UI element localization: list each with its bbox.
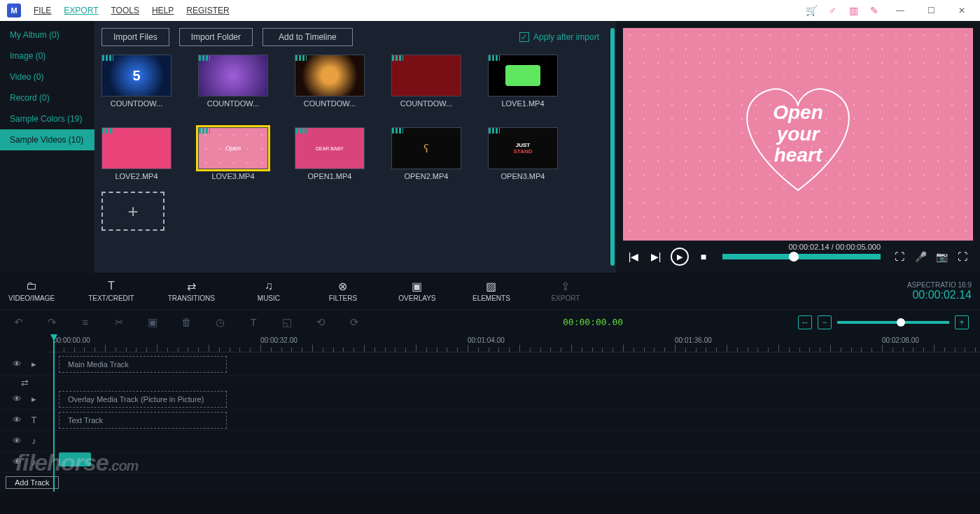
zoom-fit-button[interactable]: ↔ xyxy=(798,315,812,329)
thumb-label: COUNTDOW... xyxy=(295,97,365,108)
folder-icon: 🗀 xyxy=(26,280,37,292)
swap-icon[interactable]: ⇄ xyxy=(21,378,29,388)
thumb-love2[interactable]: LOVE2.MP4 xyxy=(102,127,172,180)
eye-icon[interactable]: 👁 xyxy=(13,415,22,425)
thumb-countdown1[interactable]: 5COUNTDOW... xyxy=(102,55,172,108)
camera-icon[interactable]: 📷 xyxy=(934,249,949,264)
thumb-label: OPEN3.MP4 xyxy=(488,169,558,180)
zoom-out-button[interactable]: − xyxy=(818,315,832,329)
aspect-info: ASPECTRATIO 16:9 00:00:02.14 xyxy=(907,281,972,301)
play-button[interactable]: ▶ xyxy=(671,248,689,266)
cat-label: EXPORT xyxy=(551,294,580,302)
cat-label: VIDEO/IMAGE xyxy=(8,294,55,302)
check-icon: ✓ xyxy=(519,32,529,42)
prev-frame-button[interactable]: |◀ xyxy=(626,249,641,264)
close-button[interactable]: ✕ xyxy=(951,3,973,17)
next-frame-button[interactable]: ▶| xyxy=(648,249,664,264)
eye-icon[interactable]: 👁 xyxy=(13,394,22,404)
track-placeholder: Main Media Track xyxy=(59,356,227,373)
snapshot-icon[interactable]: ⛶ xyxy=(892,249,907,264)
progress-knob[interactable] xyxy=(789,252,799,262)
media-scrollbar[interactable] xyxy=(610,28,615,266)
sidebar-item-samplevideos[interactable]: Sample Videos (10) xyxy=(0,129,94,150)
sidebar-item-samplecolors[interactable]: Sample Colors (19) xyxy=(0,108,94,129)
maximize-button[interactable]: ☐ xyxy=(920,3,942,17)
crop-icon[interactable]: ▣ xyxy=(146,315,160,329)
ruler-mark: 00:00:32.00 xyxy=(260,336,298,344)
zoom-in-button[interactable]: + xyxy=(955,315,969,329)
key-icon[interactable]: ♂ xyxy=(826,4,839,17)
menu-register[interactable]: REGISTER xyxy=(186,6,229,15)
add-to-timeline-button[interactable]: Add to Timeline xyxy=(262,28,353,46)
sidebar-item-myalbum[interactable]: My Album (0) xyxy=(0,24,94,45)
menu-export[interactable]: EXPORT xyxy=(64,6,98,15)
aspect-time: 00:00:02.14 xyxy=(907,289,972,301)
menu-file[interactable]: FILE xyxy=(34,6,51,15)
tab-filters[interactable]: ⊗FILTERS xyxy=(323,280,363,302)
add-track-button[interactable]: Add Track xyxy=(6,476,59,489)
track-overlay[interactable]: 👁▸ Overlay Media Track (Picture in Pictu… xyxy=(0,389,980,410)
menu-tools[interactable]: TOOLS xyxy=(111,6,139,15)
delete-icon[interactable]: 🗑 xyxy=(179,315,193,329)
thumb-open3[interactable]: JUSTSTANDOPEN3.MP4 xyxy=(488,127,558,180)
rotate-left-icon[interactable]: ⟲ xyxy=(314,315,328,329)
sidebar-item-video[interactable]: Video (0) xyxy=(0,66,94,87)
cat-label: MUSIC xyxy=(258,294,280,302)
layout-icon[interactable]: ▥ xyxy=(847,4,860,17)
zoom-knob[interactable] xyxy=(897,318,905,327)
eye-icon[interactable]: 👁 xyxy=(13,359,22,369)
rotate-right-icon[interactable]: ⟳ xyxy=(347,315,361,329)
track-swap[interactable]: ⇄ xyxy=(0,376,980,389)
fullscreen-icon[interactable]: ⛶ xyxy=(955,249,970,264)
apply-after-import-checkbox[interactable]: ✓ Apply after import xyxy=(519,32,599,42)
text-tool-icon[interactable]: T xyxy=(246,315,260,329)
track-main[interactable]: 👁▸ Main Media Track xyxy=(0,352,980,376)
track-placeholder: Text Track xyxy=(59,412,227,429)
timeline: 00:00:00.00 00:00:32.00 00:01:04.00 00:0… xyxy=(0,334,980,492)
timeline-ruler[interactable]: 00:00:00.00 00:00:32.00 00:01:04.00 00:0… xyxy=(49,334,980,352)
tab-music[interactable]: ♫MUSIC xyxy=(248,280,289,302)
tab-video-image[interactable]: 🗀VIDEO/IMAGE xyxy=(8,280,55,302)
track-text[interactable]: 👁T Text Track xyxy=(0,410,980,431)
voiceover-icon[interactable]: 🎤 xyxy=(913,249,928,264)
filters-icon: ⊗ xyxy=(338,280,347,292)
minimize-button[interactable]: — xyxy=(889,3,911,17)
crop2-icon[interactable]: ◱ xyxy=(280,315,294,329)
tab-elements[interactable]: ▨ELEMENTS xyxy=(471,280,512,302)
preview-progress[interactable]: 00:00:02.14 / 00:00:05.000 xyxy=(722,254,881,259)
stop-button[interactable]: ■ xyxy=(696,249,711,264)
zoom-slider[interactable] xyxy=(837,321,949,324)
aspect-ratio-label: ASPECTRATIO 16:9 xyxy=(907,281,972,289)
track-audio2[interactable]: 👁♪ xyxy=(0,452,980,473)
media-sidebar: My Album (0) Image (0) Video (0) Record … xyxy=(0,21,94,273)
tab-overlays[interactable]: ▣OVERLAYS xyxy=(397,280,438,302)
eye-icon[interactable]: 👁 xyxy=(13,436,22,446)
redo-icon[interactable]: ↷ xyxy=(45,315,59,329)
thumb-countdown2[interactable]: COUNTDOW... xyxy=(198,55,268,108)
tab-export[interactable]: ⇪EXPORT xyxy=(545,280,586,302)
sidebar-item-image[interactable]: Image (0) xyxy=(0,45,94,66)
tab-text-credit[interactable]: TTEXT/CREDIT xyxy=(88,280,134,302)
thumb-love3[interactable]: OpenLOVE3.MP4 xyxy=(198,127,268,180)
music-icon: ♫ xyxy=(265,280,273,292)
menu-help[interactable]: HELP xyxy=(152,6,174,15)
thumb-countdown4[interactable]: COUNTDOW... xyxy=(391,55,461,108)
import-files-button[interactable]: Import Files xyxy=(102,28,169,46)
undo-icon[interactable]: ↶ xyxy=(11,315,25,329)
thumb-love1[interactable]: LOVE1.MP4 xyxy=(488,55,558,108)
import-folder-button[interactable]: Import Folder xyxy=(179,28,253,46)
thumb-open2[interactable]: ʕOPEN2.MP4 xyxy=(391,127,461,180)
cut-icon[interactable]: ✂ xyxy=(112,315,126,329)
clock-icon[interactable]: ◷ xyxy=(213,315,227,329)
edit-icon[interactable]: ✎ xyxy=(868,4,881,17)
add-media-button[interactable]: + xyxy=(102,192,164,231)
cart-icon[interactable]: 🛒 xyxy=(805,4,818,17)
tab-transitions[interactable]: ⇄TRANSITIONS xyxy=(168,280,215,302)
thumb-label: OPEN1.MP4 xyxy=(295,169,365,180)
video-track-icon: ▸ xyxy=(31,359,36,369)
track-audio1[interactable]: 👁♪ xyxy=(0,431,980,452)
thumb-open1[interactable]: DEAR BABYOPEN1.MP4 xyxy=(295,127,365,180)
settings-icon[interactable]: ≡ xyxy=(78,315,92,329)
sidebar-item-record[interactable]: Record (0) xyxy=(0,87,94,108)
thumb-countdown3[interactable]: COUNTDOW... xyxy=(295,55,365,108)
